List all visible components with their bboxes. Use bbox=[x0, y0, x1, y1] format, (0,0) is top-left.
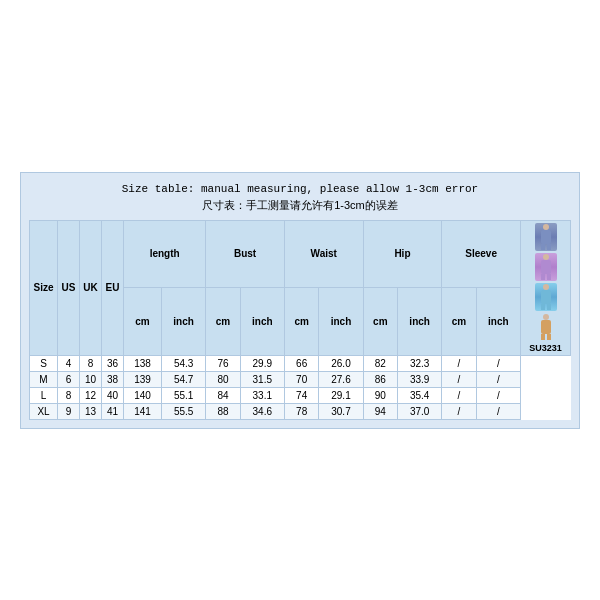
sub-header-waist-cm: cm bbox=[284, 288, 318, 356]
table-cell: L bbox=[30, 387, 58, 403]
header-hip: Hip bbox=[363, 220, 442, 288]
table-cell: 36 bbox=[102, 355, 124, 371]
size-table: Size US UK EU length Bust Waist Hip Slee… bbox=[29, 220, 571, 420]
svg-rect-5 bbox=[541, 260, 551, 274]
table-row: L8124014055.18433.17429.19035.4// bbox=[30, 387, 571, 403]
sub-header-hip-inch: inch bbox=[398, 288, 442, 356]
table-cell: 35.4 bbox=[398, 387, 442, 403]
table-cell: / bbox=[442, 403, 476, 419]
svg-rect-0 bbox=[543, 224, 549, 230]
table-cell: 30.7 bbox=[319, 403, 363, 419]
table-cell: / bbox=[476, 403, 520, 419]
sub-header-sleeve-inch: inch bbox=[476, 288, 520, 356]
table-cell: 138 bbox=[124, 355, 162, 371]
table-cell: 78 bbox=[284, 403, 318, 419]
svg-rect-11 bbox=[547, 304, 551, 310]
product-figure-3 bbox=[535, 283, 557, 311]
header-sleeve: Sleeve bbox=[442, 220, 521, 288]
table-cell: 40 bbox=[102, 387, 124, 403]
svg-rect-10 bbox=[541, 304, 545, 310]
header-eu: EU bbox=[102, 220, 124, 355]
title-block: Size table: manual measuring, please all… bbox=[29, 181, 571, 214]
table-row: XL9134114155.58834.67830.79437.0// bbox=[30, 403, 571, 419]
table-cell: 55.5 bbox=[162, 403, 206, 419]
header-us: US bbox=[58, 220, 80, 355]
table-cell: 76 bbox=[206, 355, 240, 371]
svg-rect-1 bbox=[541, 230, 551, 244]
table-cell: 54.3 bbox=[162, 355, 206, 371]
table-cell: 29.1 bbox=[319, 387, 363, 403]
table-cell: 139 bbox=[124, 371, 162, 387]
svg-rect-8 bbox=[543, 284, 549, 290]
table-cell: 82 bbox=[363, 355, 397, 371]
table-cell: 6 bbox=[58, 371, 80, 387]
svg-rect-9 bbox=[541, 290, 551, 304]
table-cell: 140 bbox=[124, 387, 162, 403]
sub-header-bust-inch: inch bbox=[240, 288, 284, 356]
product-images: SU3231 bbox=[523, 223, 568, 353]
table-cell: 66 bbox=[284, 355, 318, 371]
header-waist: Waist bbox=[284, 220, 363, 288]
table-cell: 54.7 bbox=[162, 371, 206, 387]
sub-header-length-cm: cm bbox=[124, 288, 162, 356]
sub-header-sleeve-cm: cm bbox=[442, 288, 476, 356]
svg-rect-13 bbox=[541, 320, 551, 334]
svg-rect-4 bbox=[543, 254, 549, 260]
table-cell: / bbox=[476, 355, 520, 371]
table-cell: / bbox=[442, 371, 476, 387]
table-cell: 4 bbox=[58, 355, 80, 371]
table-cell: 34.6 bbox=[240, 403, 284, 419]
table-cell: 94 bbox=[363, 403, 397, 419]
title-english: Size table: manual measuring, please all… bbox=[29, 181, 571, 198]
size-table-container: Size table: manual measuring, please all… bbox=[20, 172, 580, 429]
table-cell: 31.5 bbox=[240, 371, 284, 387]
header-length: length bbox=[124, 220, 206, 288]
svg-rect-14 bbox=[541, 334, 545, 340]
table-cell: 41 bbox=[102, 403, 124, 419]
table-cell: 141 bbox=[124, 403, 162, 419]
product-figure-1 bbox=[535, 223, 557, 251]
table-cell: 33.9 bbox=[398, 371, 442, 387]
table-cell: / bbox=[476, 387, 520, 403]
table-cell: 38 bbox=[102, 371, 124, 387]
table-cell: 70 bbox=[284, 371, 318, 387]
table-cell: 12 bbox=[80, 387, 102, 403]
product-figure-2 bbox=[535, 253, 557, 281]
table-cell: 13 bbox=[80, 403, 102, 419]
table-cell: M bbox=[30, 371, 58, 387]
header-uk: UK bbox=[80, 220, 102, 355]
table-cell: 37.0 bbox=[398, 403, 442, 419]
svg-rect-2 bbox=[541, 244, 545, 250]
product-images-cell: SU3231 bbox=[521, 220, 571, 355]
table-cell: 33.1 bbox=[240, 387, 284, 403]
table-cell: 29.9 bbox=[240, 355, 284, 371]
table-cell: 27.6 bbox=[319, 371, 363, 387]
table-cell: / bbox=[442, 387, 476, 403]
table-cell: 88 bbox=[206, 403, 240, 419]
table-cell: 80 bbox=[206, 371, 240, 387]
title-chinese: 尺寸表：手工测量请允许有1-3cm的误差 bbox=[29, 197, 571, 214]
table-cell: XL bbox=[30, 403, 58, 419]
sub-header-waist-inch: inch bbox=[319, 288, 363, 356]
svg-rect-3 bbox=[547, 244, 551, 250]
sub-header-length-inch: inch bbox=[162, 288, 206, 356]
table-cell: 84 bbox=[206, 387, 240, 403]
table-cell: 26.0 bbox=[319, 355, 363, 371]
table-cell: / bbox=[476, 371, 520, 387]
table-cell: 10 bbox=[80, 371, 102, 387]
table-cell: / bbox=[442, 355, 476, 371]
header-size: Size bbox=[30, 220, 58, 355]
sub-header-hip-cm: cm bbox=[363, 288, 397, 356]
table-cell: S bbox=[30, 355, 58, 371]
sub-header-bust-cm: cm bbox=[206, 288, 240, 356]
product-figure-4 bbox=[535, 313, 557, 341]
svg-rect-7 bbox=[547, 274, 551, 280]
svg-rect-6 bbox=[541, 274, 545, 280]
table-cell: 9 bbox=[58, 403, 80, 419]
table-cell: 86 bbox=[363, 371, 397, 387]
sku-label: SU3231 bbox=[529, 343, 562, 353]
svg-rect-12 bbox=[543, 314, 549, 320]
table-cell: 8 bbox=[58, 387, 80, 403]
table-cell: 74 bbox=[284, 387, 318, 403]
header-bust: Bust bbox=[206, 220, 285, 288]
